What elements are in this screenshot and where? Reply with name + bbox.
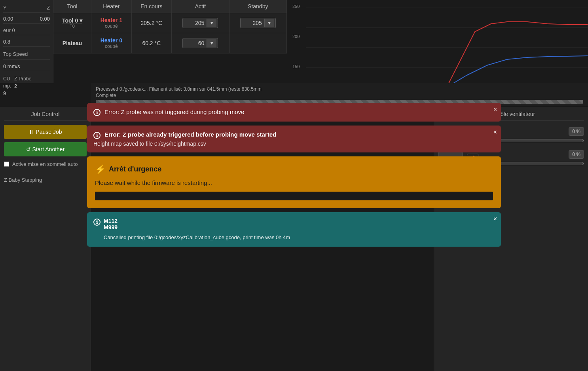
firmware-progress-bar [95, 192, 493, 200]
notification-error-1: × ℹ Error: Z probe was not triggered dur… [87, 103, 501, 247]
col-standby: Standby [229, 0, 286, 13]
z-label: Z [47, 5, 50, 11]
notification-error-2: × ℹ Error: Z probe already triggered bef… [87, 126, 501, 152]
eur-label: eur 0 [3, 27, 15, 33]
z-probe-value: 2 [14, 83, 31, 89]
filament-text: Processed 0:/gcodes/x... Filament utilis… [96, 86, 583, 92]
heater-0-actif-dropdown[interactable]: ▼ [207, 39, 216, 48]
yz-row: Y Z [3, 3, 50, 13]
auto-sleep-label: Active mise en sommeil auto [12, 161, 78, 167]
close-m112-button[interactable]: × [493, 215, 497, 223]
heater-0-current-temp: 60.2 °C [142, 40, 161, 46]
top-speed-label: Top Speed [3, 51, 28, 57]
error-1-text: Error: Z probe was not triggered during … [104, 108, 245, 115]
col-heater: Heater [91, 0, 132, 13]
cu-value: 9 [3, 90, 11, 96]
heater-1-sub: coupé [96, 23, 127, 29]
auto-sleep-checkbox[interactable] [4, 162, 9, 167]
z-baby-label: Z Baby Stepping [4, 177, 87, 183]
close-error-2-button[interactable]: × [493, 129, 497, 136]
notification-emergency: ⚡ Arrêt d'urgence Please wait while the … [87, 156, 501, 208]
pause-job-button[interactable]: ⏸ Pause Job [4, 125, 87, 139]
cu-sub: mp. [3, 83, 11, 89]
error-icon-1: ℹ [93, 109, 101, 116]
chart-y-200: 200 [292, 34, 305, 39]
start-another-button[interactable]: ↺ Start Another [4, 142, 87, 156]
emergency-message: Please wait while the firmware is restar… [95, 179, 493, 186]
emergency-title: Arrêt d'urgence [109, 165, 161, 173]
error-2-detail: Height map saved to file 0:/sys/heightma… [93, 141, 485, 147]
fan0-percent-badge: 0 % [569, 150, 584, 159]
auto-sleep-row: Active mise en sommeil auto [4, 161, 87, 167]
chart-y-250: 250 [292, 4, 305, 9]
heater-1-standby-dropdown[interactable]: ▼ [264, 19, 274, 27]
eur-value: 0.8 [3, 39, 10, 45]
complete-text: Complete [96, 93, 583, 98]
col-actif: Actif [172, 0, 229, 13]
heater-0-name: Heater 0 [96, 37, 127, 44]
z-value: 0.00 [40, 16, 50, 22]
m112-detail: Cancelled printing file 0:/gcodes/xyzCal… [104, 234, 290, 242]
cu-label: CU [3, 76, 11, 82]
m112-code1: M112 [104, 218, 290, 224]
heater-1-name: Heater 1 [96, 17, 127, 23]
heater-1-current-temp: 205.2 °C [141, 20, 163, 26]
plateau-name: Plateau [58, 40, 86, 46]
left-status-panel: Y Z 0.00 0.00 eur 0 0.8 Top Speed 0 mm/s… [0, 0, 53, 83]
col-en-cours: En cours [131, 0, 171, 13]
col-tool: Tool [53, 0, 91, 13]
tool-fan-percent-badge: 0 % [569, 127, 584, 136]
notification-m112: × ℹ M112 M999 Cancelled printing file 0:… [87, 212, 501, 247]
tool-0-name: Tool 0 ▾ [58, 17, 86, 24]
heater-1-actif-dropdown[interactable]: ▼ [207, 19, 216, 27]
yz-values: 0.00 0.00 [3, 14, 50, 24]
y-value: 0.00 [3, 16, 13, 22]
tool-0-sub: T0 [58, 24, 86, 29]
close-error-1-button[interactable]: × [493, 106, 497, 113]
error-icon-2: ℹ [93, 132, 101, 139]
heater-1-actif-input[interactable] [183, 18, 207, 28]
heater-row-0: Tool 0 ▾ T0 Heater 1 coupé 205.2 °C ▼ [53, 13, 287, 33]
bolt-icon: ⚡ [95, 164, 106, 175]
chart-y-150: 150 [292, 64, 305, 69]
z-probe-label: Z-Probe [14, 76, 31, 82]
error-2-title: Error: Z probe already triggered before … [104, 131, 276, 138]
heater-table-section: Tool Heater En cours Actif Standby Tool … [53, 0, 287, 53]
heater-row-1: Plateau Heater 0 coupé 60.2 °C ▼ [53, 33, 287, 53]
info-icon-m112: ℹ [93, 219, 101, 226]
job-control-panel: Job Control ⏸ Pause Job ↺ Start Another … [0, 107, 91, 371]
heater-1-standby-input[interactable] [241, 18, 264, 28]
job-control-title: Job Control [4, 111, 87, 121]
heater-0-actif-input[interactable] [183, 38, 207, 48]
heater-0-sub: coupé [96, 44, 127, 49]
firmware-progress-fill [95, 192, 314, 200]
speed-value: 0 mm/s [3, 63, 20, 69]
y-label: Y [3, 5, 7, 11]
m112-code2: M999 [104, 224, 290, 230]
